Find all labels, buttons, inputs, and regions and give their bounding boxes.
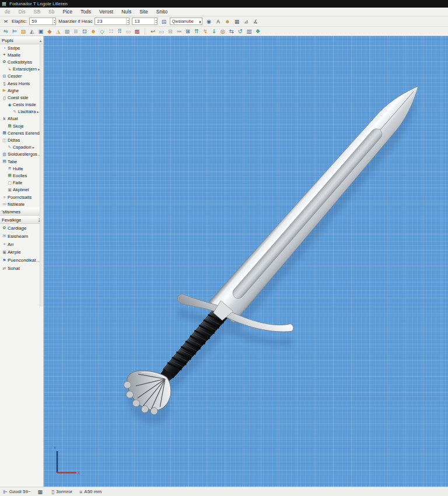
toolbar-icon[interactable]: ▦ (233, 17, 240, 25)
toolbar-icon[interactable]: ▦ (63, 27, 71, 35)
tree-item[interactable]: § Aess Honts (0, 80, 43, 87)
toolbar-icon[interactable]: ↩ (149, 27, 157, 35)
spinner-arrows-icon[interactable]: ▴▾ (126, 18, 129, 24)
toolbar-icon[interactable]: ▭ (158, 27, 166, 35)
toolbar-icon[interactable]: ❖ (254, 27, 262, 35)
statusbar-item[interactable]: ≡ A50 mm (79, 489, 102, 495)
toolbar-icon[interactable]: ∡ (251, 17, 259, 25)
toolbar-icon[interactable]: ≔ (175, 27, 183, 35)
tree-item[interactable]: ✎ Cspadion ▸ (0, 144, 43, 151)
collapse-arrow-icon[interactable]: ▴ (40, 38, 41, 43)
statusbar-item[interactable]: ▦ (38, 489, 45, 495)
spinner-arrows-icon[interactable]: ▴▾ (154, 18, 157, 24)
menu-item[interactable]: de (1, 8, 14, 16)
menu-item[interactable]: Pice (59, 8, 77, 16)
tree-item[interactable]: ✎ Llacttaira ▸ (0, 108, 43, 115)
menu-item[interactable]: Nuls (117, 8, 135, 16)
tree-item-label: Maalle (8, 52, 20, 58)
tree-item[interactable]: ◔ Ssdpe (0, 44, 43, 51)
tree-item[interactable]: ✦ Maalle (0, 51, 43, 58)
toolbar-icon[interactable]: ◎ (219, 27, 227, 35)
tree-item[interactable]: ⊟ Cesder (0, 73, 43, 80)
toolbar-icon[interactable]: ◉ (205, 17, 212, 25)
tree-item[interactable]: ≡ Poornctsatls (0, 194, 43, 200)
tree-item-label: Faile (13, 180, 22, 185)
toolbar-icon[interactable]: ☻ (223, 17, 231, 25)
toolbar-icon[interactable]: ⊞ (184, 27, 192, 35)
toolbar-icon[interactable]: ⊟ (166, 27, 174, 35)
heads-spinner[interactable]: 23 ▴▾ (94, 17, 130, 25)
tree-item[interactable]: ≋ Hulte (0, 165, 43, 172)
tree-item[interactable]: ▶ Aighe (0, 87, 43, 94)
tree-item[interactable]: k Afuat (0, 115, 43, 122)
toolbar-icon[interactable]: ◭ (28, 27, 36, 35)
tree-item[interactable]: ✿ Codksibtyiss (0, 58, 43, 65)
toolbar-icon[interactable]: ⊡ (80, 27, 89, 35)
toolbar-icon[interactable]: ☻ (89, 27, 97, 35)
toolbar-icon[interactable]: ⇈ (192, 27, 201, 35)
tree-item[interactable]: ▤ Tabe (0, 158, 43, 165)
toolbar-icon[interactable]: ▭ (124, 27, 132, 35)
tree-item[interactable]: ↳ Extarsictjern ▸ (0, 66, 43, 73)
sword-group[interactable] (100, 58, 448, 463)
toolbar-icon[interactable]: ↯ (201, 27, 209, 35)
toolbar-icon[interactable]: ⇓ (210, 27, 218, 35)
sword-model[interactable]: Y X (44, 36, 448, 487)
viewport-canvas[interactable]: Y X (44, 36, 448, 487)
sidebar-scrollbar[interactable] (40, 44, 43, 307)
menu-item[interactable]: Site (135, 8, 152, 16)
toolbar-icon[interactable]: ▤ (19, 27, 27, 35)
toolbar-icon[interactable]: ⊨ (10, 27, 19, 35)
tree-item[interactable]: ▦ Ceneres Eerends ▸ (0, 129, 43, 136)
toolbar-icon[interactable]: ▣ (37, 27, 45, 35)
menu-item[interactable]: Verost (95, 8, 117, 16)
toolbar-icon[interactable]: ≣ (72, 27, 80, 35)
elaptic-spinner[interactable]: 59 ▴▾ (29, 17, 56, 25)
menu-item[interactable]: SB (30, 8, 44, 16)
toolbar-icon[interactable]: ↺ (236, 27, 244, 35)
tree-item-icon: ▢ (7, 181, 12, 185)
menu-item[interactable]: Snito (152, 8, 172, 16)
toolbar-icon[interactable]: ▥ (245, 27, 253, 35)
tree-item[interactable]: ⚑ Puencondikat… ▸ (0, 256, 43, 265)
tree-item[interactable]: ▢ Faile (0, 180, 43, 187)
tree-item[interactable]: ✉ Esisheam (0, 232, 43, 240)
toolbar-icon[interactable]: A (214, 17, 222, 25)
toolbar-icon[interactable]: ◮ (54, 27, 62, 35)
statusbar-item[interactable]: ⊩ Gzodi 59~ (3, 489, 31, 495)
tree-item[interactable]: ⌖ Arr (0, 240, 43, 248)
tree-item[interactable]: ▦ Eoclles (0, 172, 43, 179)
tree-panel-header-fevalkige[interactable]: Fevalkige 2 (0, 216, 43, 224)
sheet-icon[interactable]: ▤ (160, 17, 167, 25)
tree-item[interactable]: ◉ Cests Insde (0, 101, 43, 108)
toolbar-icon[interactable]: ⊿ (242, 17, 250, 25)
app-icon[interactable] (2, 2, 6, 6)
tree-panel-header-stisnmes[interactable]: 'stisnmes ▴ (0, 207, 43, 216)
tree-item[interactable]: ✿ Cardiage (0, 224, 43, 232)
mode-combobox[interactable]: Qwsianube ▮ (170, 17, 202, 25)
toolbar-icon[interactable]: ∷ (107, 27, 115, 35)
toolbar-icon[interactable]: ◆ (46, 27, 54, 35)
tree-item[interactable]: ▭ fiistiieate (0, 200, 43, 207)
menu-item[interactable]: Tods (76, 8, 95, 16)
tree-item[interactable]: ▦ Skoje (0, 122, 43, 129)
secondary-spinner[interactable]: 13 ▴▾ (132, 17, 158, 25)
tree-item[interactable]: ▣ Akpbnet (0, 187, 43, 194)
toolbar-icon[interactable]: ◇ (98, 27, 106, 35)
toolbar-icon[interactable]: ⠿ (116, 27, 124, 35)
tree-item[interactable]: ◫ Dldtas (0, 136, 43, 143)
statusbar-item[interactable]: ▯ 3ormror (51, 489, 72, 495)
tree-item[interactable]: ⇄ Sohat (0, 265, 43, 273)
toolbar-icon[interactable]: ▩ (133, 27, 141, 35)
spinner-arrows-icon[interactable]: ▴▾ (52, 18, 55, 24)
tree-item[interactable]: () Coest side (0, 94, 43, 101)
menu-item[interactable]: Dis (14, 8, 29, 16)
toolbar-icon[interactable]: ⇋ (2, 27, 10, 35)
tree-item[interactable]: ▥ Siolduesliergos… (0, 151, 43, 158)
tree-item[interactable]: ▣ Akrple (0, 248, 43, 256)
toolbar-icon[interactable]: ⇆ (228, 27, 236, 35)
tree-panel-header-pupts[interactable]: Pupts ▴ (0, 36, 43, 44)
menu-item[interactable]: Sb (44, 8, 58, 16)
tree-item-icon: ✎ (12, 110, 18, 114)
tree-item-label: Arr (8, 242, 14, 247)
